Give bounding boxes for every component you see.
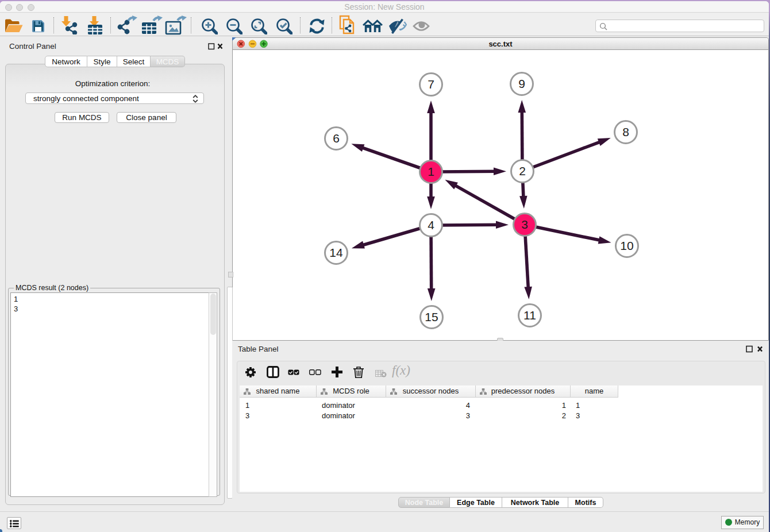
svg-text:1: 1 [428,165,434,178]
svg-text:2: 2 [519,164,526,178]
svg-text:9: 9 [518,77,525,90]
svg-text:15: 15 [425,310,438,323]
svg-text:4: 4 [428,218,434,232]
svg-text:10: 10 [620,239,633,252]
svg-text:11: 11 [523,309,536,322]
svg-text:8: 8 [622,125,629,138]
svg-text:3: 3 [521,218,528,231]
svg-text:6: 6 [333,132,340,145]
svg-text:14: 14 [329,246,343,259]
svg-text:7: 7 [428,78,434,91]
